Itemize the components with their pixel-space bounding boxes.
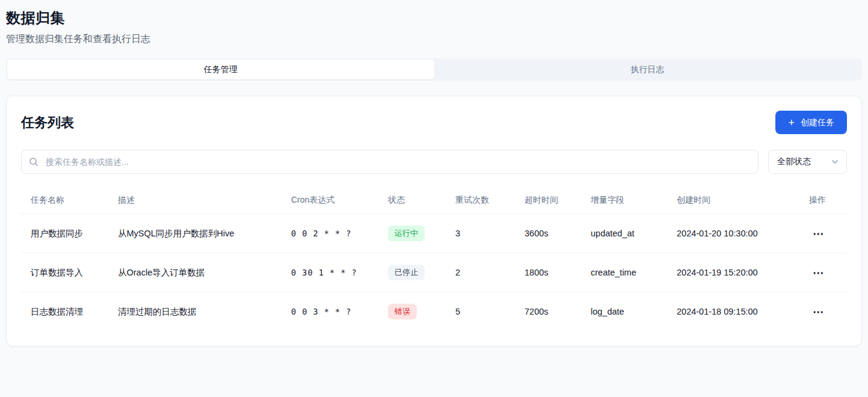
task-created-at: 2024-01-19 15:20:00 <box>667 253 799 292</box>
tabbar: 任务管理 执行日志 <box>6 58 862 81</box>
controls-row: 全部状态 <box>21 150 847 174</box>
tab-task-management[interactable]: 任务管理 <box>7 60 434 79</box>
card-title: 任务列表 <box>21 114 74 132</box>
task-incremental-field: updated_at <box>581 214 667 253</box>
task-list-card: 任务列表 + 创建任务 全部状态 <box>6 96 862 346</box>
column-header-incremental: 增量字段 <box>581 187 667 214</box>
table-row: 日志数据清理 清理过期的日志数据 0 0 3 * * ? 错误 5 7200s … <box>21 292 847 331</box>
ellipsis-icon: ⋯ <box>813 266 824 279</box>
status-badge: 已停止 <box>388 265 425 280</box>
column-header-name: 任务名称 <box>21 187 108 214</box>
task-cron: 0 0 2 * * ? <box>282 214 378 253</box>
ellipsis-icon: ⋯ <box>813 227 824 240</box>
status-badge: 错误 <box>388 304 417 319</box>
row-actions-button[interactable]: ⋯ <box>809 226 828 242</box>
task-retries: 5 <box>446 292 515 331</box>
status-filter-value: 全部状态 <box>777 156 811 167</box>
row-actions-button[interactable]: ⋯ <box>809 265 828 281</box>
tab-execution-logs[interactable]: 执行日志 <box>434 60 861 79</box>
row-actions-button[interactable]: ⋯ <box>809 304 828 320</box>
task-name: 日志数据清理 <box>21 292 108 331</box>
create-task-button-label: 创建任务 <box>801 117 834 128</box>
card-header: 任务列表 + 创建任务 <box>21 111 847 134</box>
tasks-table: 任务名称 描述 Cron表达式 状态 重试次数 超时时间 增量字段 创建时间 操… <box>21 187 847 331</box>
column-header-actions: 操作 <box>799 187 847 214</box>
task-created-at: 2024-01-20 10:30:00 <box>667 214 799 253</box>
search-input[interactable] <box>21 150 759 174</box>
column-header-cron: Cron表达式 <box>282 187 378 214</box>
table-row: 用户数据同步 从MySQL同步用户数据到Hive 0 0 2 * * ? 运行中… <box>21 214 847 253</box>
task-description: 从MySQL同步用户数据到Hive <box>108 214 282 253</box>
column-header-description: 描述 <box>108 187 282 214</box>
task-timeout: 3600s <box>515 214 581 253</box>
task-description: 清理过期的日志数据 <box>108 292 282 331</box>
search-wrap <box>21 150 759 174</box>
task-timeout: 1800s <box>515 253 581 292</box>
task-cron: 0 30 1 * * ? <box>282 253 378 292</box>
table-row: 订单数据导入 从Oracle导入订单数据 0 30 1 * * ? 已停止 2 … <box>21 253 847 292</box>
ellipsis-icon: ⋯ <box>813 306 824 318</box>
task-cron: 0 0 3 * * ? <box>282 292 378 331</box>
task-incremental-field: log_date <box>581 292 667 331</box>
page: 数据归集 管理数据归集任务和查看执行日志 任务管理 执行日志 任务列表 + 创建… <box>0 0 868 346</box>
status-filter-select[interactable]: 全部状态 <box>768 150 847 174</box>
column-header-timeout: 超时时间 <box>515 187 581 214</box>
task-description: 从Oracle导入订单数据 <box>108 253 282 292</box>
task-timeout: 7200s <box>515 292 581 331</box>
task-retries: 2 <box>446 253 515 292</box>
chevron-down-icon <box>831 158 839 166</box>
task-name: 订单数据导入 <box>21 253 108 292</box>
task-incremental-field: create_time <box>581 253 667 292</box>
task-retries: 3 <box>446 214 515 253</box>
column-header-retries: 重试次数 <box>446 187 515 214</box>
search-icon <box>29 157 38 167</box>
page-title: 数据归集 <box>6 8 862 28</box>
plus-icon: + <box>788 117 795 128</box>
page-subtitle: 管理数据归集任务和查看执行日志 <box>6 33 862 46</box>
task-created-at: 2024-01-18 09:15:00 <box>667 292 799 331</box>
status-badge: 运行中 <box>388 226 425 241</box>
create-task-button[interactable]: + 创建任务 <box>775 111 847 134</box>
table-header-row: 任务名称 描述 Cron表达式 状态 重试次数 超时时间 增量字段 创建时间 操… <box>21 187 847 214</box>
task-name: 用户数据同步 <box>21 214 108 253</box>
column-header-status: 状态 <box>378 187 446 214</box>
column-header-created: 创建时间 <box>667 187 799 214</box>
